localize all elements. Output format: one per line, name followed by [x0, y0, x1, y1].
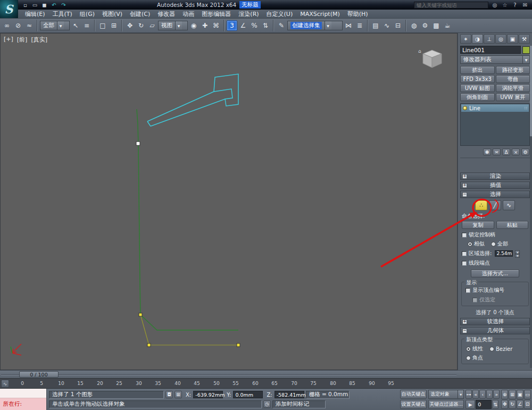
edit-named-sets-icon[interactable]: ✎	[276, 20, 287, 31]
bevel-profile-button[interactable]: 倒角剖面	[460, 93, 495, 101]
next-frame-button[interactable]: ›	[486, 390, 493, 399]
unlink-selection-icon[interactable]: ⊘	[13, 20, 23, 31]
snap-toggle-3d-icon[interactable]: 3	[227, 20, 237, 31]
segment-subobject-button[interactable]: ╱	[489, 200, 501, 210]
corner-radio[interactable]	[466, 356, 471, 360]
select-and-link-icon[interactable]: ∞	[2, 20, 12, 31]
add-time-tag-box[interactable]: 添加时间标记	[272, 400, 326, 408]
menu-create[interactable]: 创建(C)	[126, 10, 154, 18]
use-pivot-center-icon[interactable]: ◉	[188, 20, 199, 31]
open-file-icon[interactable]: ▭	[31, 1, 39, 9]
track-bar[interactable]: ∿ 0 5 10 15 20 25 30 35 40 45 50 55 60 6…	[0, 378, 532, 389]
save-file-icon[interactable]: ◼	[40, 1, 48, 9]
go-to-start-button[interactable]: «	[472, 390, 479, 399]
panel-scrollbar-thumb[interactable]	[530, 46, 532, 136]
maxscript-mini-listener[interactable]: 所在行:	[0, 389, 47, 410]
percent-snap-icon[interactable]: %	[249, 20, 260, 31]
macro-recorder-line[interactable]	[0, 389, 46, 398]
select-and-manipulate-icon[interactable]: ✚	[200, 20, 210, 31]
favorites-star-icon[interactable]: ☆	[501, 1, 509, 9]
zoom-icon[interactable]: ⊕	[501, 390, 508, 399]
material-editor-icon[interactable]: ◍	[409, 20, 419, 31]
previous-frame-button[interactable]: ‹	[479, 390, 486, 399]
select-by-name-icon[interactable]: ≡	[81, 20, 92, 31]
communication-center-icon[interactable]: ✉	[521, 1, 529, 9]
menu-maxscript[interactable]: MAXScript(M)	[296, 11, 344, 18]
display-tab-icon[interactable]: ▣	[507, 34, 518, 44]
menu-modifiers[interactable]: 修改器	[154, 10, 179, 18]
object-color-swatch[interactable]	[522, 46, 530, 54]
rollout-selection[interactable]: − 选择	[460, 191, 530, 198]
show-vertex-numbers-checkbox[interactable]	[466, 288, 470, 293]
menu-views[interactable]: 视图(V)	[98, 10, 126, 18]
mirror-icon[interactable]: ⋈	[343, 20, 354, 31]
bezier-radio[interactable]	[489, 347, 494, 351]
unwrap-uvw-button[interactable]: UVW 展开	[496, 93, 530, 101]
key-filters-button[interactable]: 关键点过滤器...	[428, 400, 464, 409]
vertex-subobject-button[interactable]: ∴	[475, 200, 487, 210]
schematic-view-icon[interactable]: ⊟	[393, 20, 403, 31]
spline-subobject-button[interactable]: ∿	[503, 200, 515, 210]
y-coordinate-field[interactable]: 0.0mm	[233, 391, 263, 398]
collapse-icon[interactable]: −	[462, 329, 467, 333]
bind-to-spacewarp-icon[interactable]: ≈	[24, 20, 35, 31]
menu-rendering[interactable]: 渲染(R)	[235, 10, 262, 18]
pin-stack-icon[interactable]: ✽	[483, 149, 491, 155]
select-and-move-icon[interactable]: ✥	[124, 20, 135, 31]
rectangular-region-icon[interactable]: □	[97, 20, 108, 31]
stack-item-line[interactable]: Line ∷	[461, 104, 529, 112]
reference-coordinate-dropdown[interactable]: 视图 ▼	[158, 21, 188, 30]
expand-icon[interactable]: +	[462, 174, 467, 179]
panel-scrollbar[interactable]	[530, 46, 532, 368]
pan-icon[interactable]: ✥	[501, 400, 508, 409]
align-icon[interactable]: ≣	[354, 20, 365, 31]
menu-customize[interactable]: 自定义(U)	[263, 10, 297, 18]
show-end-result-icon[interactable]: ≍	[493, 149, 501, 155]
z-coordinate-field[interactable]: -582.41mm	[275, 391, 304, 398]
window-crossing-icon[interactable]: ⊞	[109, 20, 119, 31]
create-tab-icon[interactable]: ✶	[460, 34, 471, 44]
viewport-shading-menu[interactable]: [真实]	[31, 36, 47, 44]
menu-tools[interactable]: 工具(T)	[49, 10, 76, 18]
copy-button[interactable]: 复制	[462, 221, 494, 229]
selection-filter-dropdown[interactable]: 全部 ▼	[40, 21, 70, 30]
time-slider[interactable]: 0 / 100	[0, 370, 532, 378]
curve-editor-icon[interactable]: ∿	[381, 20, 392, 31]
modify-tab-icon[interactable]: ◑	[472, 34, 483, 44]
maximize-viewport-icon[interactable]: ⊡	[524, 400, 531, 409]
front-viewport[interactable]: [+] [前] [真实]	[0, 33, 458, 370]
segment-end-checkbox[interactable]	[462, 261, 467, 266]
app-logo[interactable]: S	[0, 0, 18, 18]
configure-modifier-sets-icon[interactable]: ⚙	[521, 149, 529, 155]
select-and-rotate-icon[interactable]: ↻	[136, 20, 146, 31]
area-threshold-spinner[interactable]: ▲ ▼	[515, 250, 520, 257]
area-selection-checkbox[interactable]	[462, 251, 467, 256]
select-by-button[interactable]: 选择方式...	[471, 269, 519, 277]
viewport-pov-menu[interactable]: [前]	[17, 36, 28, 44]
time-slider-track[interactable]	[1, 374, 456, 375]
set-key-button[interactable]: 设置关键点	[400, 400, 427, 409]
selection-lock-icon[interactable]: ◘	[165, 391, 173, 398]
undo-icon[interactable]: ↶	[50, 1, 58, 9]
utilities-tab-icon[interactable]: ⚒	[519, 34, 530, 44]
hierarchy-tab-icon[interactable]: ⊥	[484, 34, 495, 44]
area-threshold-field[interactable]: 2.54m	[495, 250, 513, 257]
spinner-up-icon[interactable]: ▲	[515, 250, 520, 254]
listener-line[interactable]: 所在行:	[0, 398, 46, 410]
path-deform-button[interactable]: 路径变形	[496, 66, 530, 74]
viewport-general-menu[interactable]: [+]	[4, 36, 13, 44]
zoom-region-icon[interactable]: ▭	[524, 390, 531, 399]
menu-group[interactable]: 组(G)	[76, 10, 98, 18]
spinner-snap-icon[interactable]: ⇅	[260, 20, 271, 31]
ffd-button[interactable]: FFD 3x3x3	[460, 75, 495, 83]
selected-only-checkbox[interactable]	[472, 298, 477, 302]
expand-icon[interactable]: +	[462, 183, 467, 188]
time-slider-handle[interactable]: 0 / 100	[19, 371, 59, 378]
all-radio[interactable]	[491, 242, 496, 247]
remove-modifier-icon[interactable]: ×	[512, 149, 520, 155]
spinner-down-icon[interactable]: ▼	[515, 254, 520, 258]
collapse-icon[interactable]: −	[462, 192, 467, 197]
visibility-bulb-icon[interactable]	[463, 106, 467, 110]
current-frame-field[interactable]: 0	[476, 400, 492, 409]
select-and-scale-icon[interactable]: ▱	[147, 20, 157, 31]
